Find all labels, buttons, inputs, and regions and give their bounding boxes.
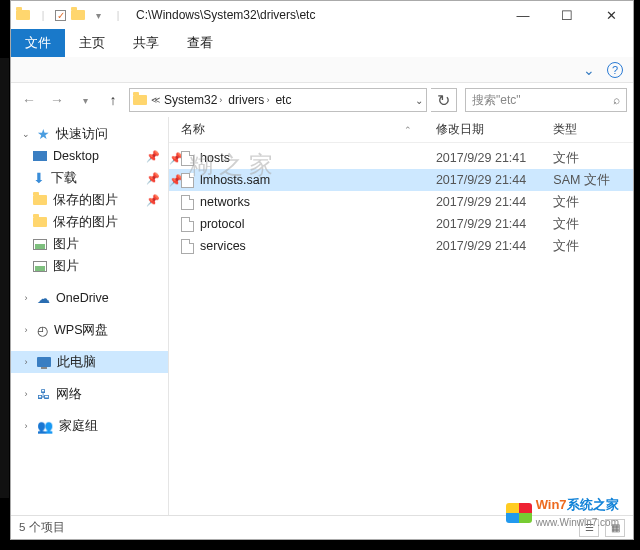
sidebar-onedrive[interactable]: ›☁OneDrive bbox=[11, 287, 168, 309]
search-input[interactable]: 搜索"etc" ⌕ bbox=[465, 88, 627, 112]
sidebar-network[interactable]: ›🖧网络 bbox=[11, 383, 168, 405]
file-icon bbox=[181, 217, 194, 232]
file-row[interactable]: 📌hosts2017/9/29 21:41文件 bbox=[169, 147, 633, 169]
file-date: 2017/9/29 21:44 bbox=[436, 195, 553, 209]
file-type: 文件 bbox=[553, 238, 633, 255]
file-icon bbox=[181, 173, 194, 188]
tab-view[interactable]: 查看 bbox=[173, 29, 227, 57]
sidebar-item-pics1[interactable]: 图片 bbox=[11, 233, 168, 255]
star-icon: ★ bbox=[37, 126, 50, 142]
sidebar-item-downloads[interactable]: ⬇下载📌 bbox=[11, 167, 168, 189]
expand-icon[interactable]: › bbox=[21, 357, 31, 367]
expand-icon[interactable]: ⌄ bbox=[21, 129, 31, 139]
nav-back-icon[interactable]: ← bbox=[17, 88, 41, 112]
file-type: 文件 bbox=[553, 216, 633, 233]
status-text: 5 个项目 bbox=[19, 520, 65, 535]
file-icon bbox=[181, 239, 194, 254]
crumb-1[interactable]: drivers› bbox=[226, 93, 271, 107]
nav-row: ← → ▾ ↑ ≪ System32› drivers› etc ⌄ ↻ 搜索"… bbox=[11, 83, 633, 117]
pin-icon: 📌 bbox=[146, 172, 160, 185]
file-row[interactable]: 📌lmhosts.sam2017/9/29 21:44SAM 文件 bbox=[169, 169, 633, 191]
view-icons-button[interactable]: ▦ bbox=[605, 519, 625, 537]
col-name[interactable]: 名称⌃ bbox=[181, 121, 436, 138]
crumb-2[interactable]: etc bbox=[273, 93, 293, 107]
sidebar-homegroup[interactable]: ›👥家庭组 bbox=[11, 415, 168, 437]
address-bar[interactable]: ≪ System32› drivers› etc ⌄ bbox=[129, 88, 427, 112]
expand-icon[interactable]: › bbox=[21, 421, 31, 431]
ribbon-body: ⌄ ? bbox=[11, 57, 633, 83]
download-icon: ⬇ bbox=[33, 170, 45, 186]
file-type: 文件 bbox=[553, 194, 633, 211]
qat-overflow-icon[interactable]: ▾ bbox=[90, 7, 106, 23]
pc-icon bbox=[37, 357, 51, 367]
expand-icon[interactable]: › bbox=[21, 389, 31, 399]
explorer-window: | ✓ ▾ | C:\Windows\System32\drivers\etc … bbox=[10, 0, 634, 540]
file-icon bbox=[181, 195, 194, 210]
qat-folder-icon[interactable] bbox=[70, 7, 86, 23]
sidebar: ⌄★快速访问 Desktop📌 ⬇下载📌 保存的图片📌 保存的图片 图片 图片 … bbox=[11, 117, 169, 515]
file-row[interactable]: services2017/9/29 21:44文件 bbox=[169, 235, 633, 257]
search-placeholder: 搜索"etc" bbox=[472, 92, 521, 109]
col-date[interactable]: 修改日期 bbox=[436, 121, 553, 138]
addr-sep-icon: ≪ bbox=[151, 95, 160, 105]
column-headers: 名称⌃ 修改日期 类型 bbox=[169, 117, 633, 143]
expand-icon[interactable]: › bbox=[21, 293, 31, 303]
qat-sep: | bbox=[35, 7, 51, 23]
sidebar-item-savedpics1[interactable]: 保存的图片📌 bbox=[11, 189, 168, 211]
nav-recent-icon[interactable]: ▾ bbox=[73, 88, 97, 112]
maximize-button[interactable]: ☐ bbox=[545, 1, 589, 29]
col-type[interactable]: 类型 bbox=[553, 121, 633, 138]
file-pane: 名称⌃ 修改日期 类型 📌hosts2017/9/29 21:41文件📌lmho… bbox=[169, 117, 633, 515]
file-list: 📌hosts2017/9/29 21:41文件📌lmhosts.sam2017/… bbox=[169, 143, 633, 515]
status-bar: 5 个项目 ☰ ▦ bbox=[11, 515, 633, 539]
close-button[interactable]: ✕ bbox=[589, 1, 633, 29]
nav-forward-icon[interactable]: → bbox=[45, 88, 69, 112]
tab-share[interactable]: 共享 bbox=[119, 29, 173, 57]
chevron-right-icon[interactable]: › bbox=[219, 95, 222, 105]
search-icon: ⌕ bbox=[613, 93, 620, 107]
file-name: lmhosts.sam bbox=[200, 173, 270, 187]
pin-icon: 📌 bbox=[146, 150, 160, 163]
crumb-0[interactable]: System32› bbox=[162, 93, 224, 107]
addr-folder-icon bbox=[133, 95, 147, 105]
title-bar: | ✓ ▾ | C:\Windows\System32\drivers\etc … bbox=[11, 1, 633, 29]
sidebar-item-savedpics2[interactable]: 保存的图片 bbox=[11, 211, 168, 233]
file-row[interactable]: networks2017/9/29 21:44文件 bbox=[169, 191, 633, 213]
file-date: 2017/9/29 21:41 bbox=[436, 151, 553, 165]
tab-file[interactable]: 文件 bbox=[11, 29, 65, 57]
wps-icon: ◴ bbox=[37, 323, 48, 338]
view-details-button[interactable]: ☰ bbox=[579, 519, 599, 537]
chevron-right-icon[interactable]: › bbox=[266, 95, 269, 105]
sidebar-item-desktop[interactable]: Desktop📌 bbox=[11, 145, 168, 167]
addr-drop-icon[interactable]: ⌄ bbox=[415, 95, 423, 106]
tab-home[interactable]: 主页 bbox=[65, 29, 119, 57]
file-name: hosts bbox=[200, 151, 230, 165]
refresh-button[interactable]: ↻ bbox=[431, 88, 457, 112]
network-icon: 🖧 bbox=[37, 387, 50, 402]
qat-sep2: | bbox=[110, 7, 126, 23]
sidebar-thispc[interactable]: ›此电脑 bbox=[11, 351, 168, 373]
props-icon[interactable] bbox=[15, 7, 31, 23]
file-type: 文件 bbox=[553, 150, 633, 167]
expand-icon[interactable]: › bbox=[21, 325, 31, 335]
ribbon-expand-icon[interactable]: ⌄ bbox=[577, 62, 601, 78]
file-row[interactable]: protocol2017/9/29 21:44文件 bbox=[169, 213, 633, 235]
sidebar-quick-access[interactable]: ⌄★快速访问 bbox=[11, 123, 168, 145]
ribbon-tabs: 文件 主页 共享 查看 bbox=[11, 29, 633, 57]
cloud-icon: ☁ bbox=[37, 291, 50, 306]
qat-checkbox-icon[interactable]: ✓ bbox=[55, 10, 66, 21]
file-name: protocol bbox=[200, 217, 244, 231]
sidebar-wps[interactable]: ›◴WPS网盘 bbox=[11, 319, 168, 341]
sidebar-item-pics2[interactable]: 图片 bbox=[11, 255, 168, 277]
folder-icon bbox=[33, 217, 47, 227]
file-date: 2017/9/29 21:44 bbox=[436, 239, 553, 253]
file-name: services bbox=[200, 239, 246, 253]
nav-up-icon[interactable]: ↑ bbox=[101, 88, 125, 112]
folder-icon bbox=[33, 195, 47, 205]
file-name: networks bbox=[200, 195, 250, 209]
picture-icon bbox=[33, 261, 47, 272]
help-icon[interactable]: ? bbox=[607, 62, 623, 78]
minimize-button[interactable]: — bbox=[501, 1, 545, 29]
desktop-icon bbox=[33, 151, 47, 161]
window-title: C:\Windows\System32\drivers\etc bbox=[130, 8, 501, 22]
